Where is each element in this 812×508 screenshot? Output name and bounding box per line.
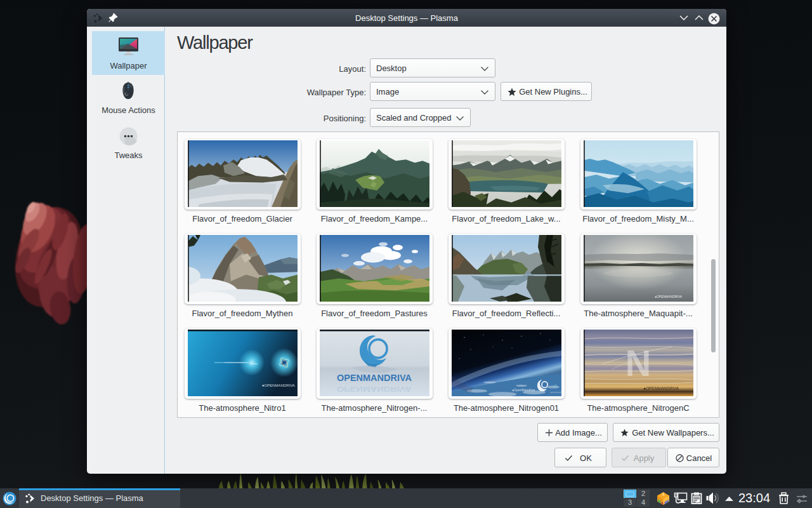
svg-text:●OPENMANDRIVA: ●OPENMANDRIVA	[655, 295, 683, 298]
svg-text:●OPENMANDRIVA: ●OPENMANDRIVA	[262, 383, 296, 387]
svg-text:openmandriva: openmandriva	[550, 391, 561, 394]
svg-text:Plasma: Plasma	[249, 362, 258, 365]
svg-text:●OpenMandriva: ●OpenMandriva	[512, 388, 535, 392]
svg-text:OPENMANDRIVA: OPENMANDRIVA	[337, 385, 412, 394]
svg-text:●OPENMANDRIVA: ●OPENMANDRIVA	[643, 385, 679, 390]
svg-text:OPENMANDRIVA: OPENMANDRIVA	[337, 373, 412, 383]
svg-text:N: N	[625, 342, 651, 384]
